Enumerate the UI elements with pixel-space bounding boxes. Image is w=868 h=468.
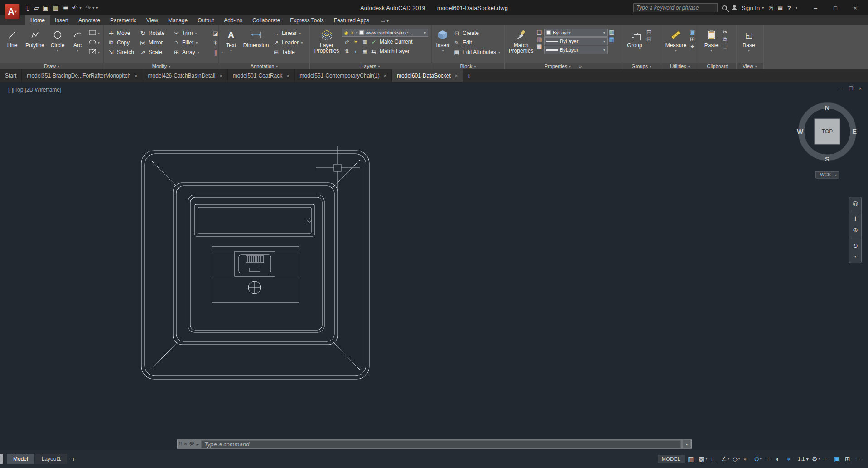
help-search-input[interactable] [633, 3, 718, 12]
annotation-scale-control[interactable]: 1:1 ▾ [798, 456, 809, 462]
ribbon-tab-output[interactable]: Output [193, 15, 219, 25]
quick-calc-icon[interactable]: ⊞ [689, 36, 696, 43]
ribbon-tab-annotate[interactable]: Annotate [73, 15, 105, 25]
quick-select-icon[interactable]: ▣ [689, 29, 696, 35]
id-point-icon[interactable]: ⌖ [689, 43, 696, 50]
arc-button[interactable]: Arc ▾ [68, 27, 87, 63]
save-icon[interactable]: ▣ [43, 4, 49, 11]
ribbon-tab-addins[interactable]: Add-ins [219, 15, 247, 25]
close-icon[interactable]: × [219, 73, 222, 78]
save-as-icon[interactable]: ▥ [53, 4, 59, 11]
text-button[interactable]: A Text ▾ [222, 27, 241, 63]
help-icon[interactable]: ? [787, 5, 791, 11]
graphics-performance-toggle[interactable]: ▣ [834, 455, 842, 463]
model-space-canvas[interactable]: TOP N S W E WCS ▾ [-][Top][2D Wireframe]… [0, 82, 868, 450]
cad-drawing-data-socket[interactable] [141, 151, 369, 379]
layout1-tab[interactable]: Layout1 [35, 454, 68, 464]
file-tab-model501[interactable]: model501-CoatRack × [228, 69, 295, 82]
file-tab-model351[interactable]: model351-BracingDe...ForRafterMonopitch … [22, 69, 143, 82]
polar-tracking-togg le[interactable]: ∠▾ [721, 455, 729, 463]
command-customize-wrench-icon[interactable]: ⚒ [189, 441, 194, 447]
command-history-icon[interactable]: ▴ [683, 440, 690, 448]
dimension-button[interactable]: Dimension [241, 27, 270, 63]
layer-select-combo[interactable]: ◉ ☀ ▪ www.cadblocksfree... ▾ [342, 29, 428, 37]
object-snap-toggle[interactable]: Ω▾ [754, 455, 762, 463]
view-panel-label[interactable]: View ▾ [737, 63, 763, 69]
command-close-icon[interactable]: × [184, 441, 187, 447]
close-button[interactable]: × [845, 1, 865, 15]
utilities-panel-label[interactable]: Utilities ▾ [661, 63, 699, 69]
properties-list2-icon[interactable]: ▥ [536, 36, 543, 43]
customization-menu[interactable]: ≡ [856, 455, 863, 463]
linetype-combo[interactable]: ByLayer ▾ [544, 37, 608, 45]
viewport-restore-button[interactable]: ❐ [849, 86, 854, 92]
wcs-label[interactable]: WCS [820, 172, 831, 177]
match-layer-button[interactable]: ⇅ ◐ ▦ ⇆ Match Layer [342, 47, 428, 56]
copy-clip-icon[interactable]: ⧉ [722, 36, 728, 43]
pan-icon[interactable]: ✛ [853, 216, 858, 222]
insert-block-button[interactable]: Insert ▾ [434, 27, 451, 63]
circle-button[interactable]: Circle ▾ [48, 27, 68, 63]
ribbon-tab-manage[interactable]: Manage [163, 15, 193, 25]
ribbon-options-button[interactable]: ▭ ▾ [378, 15, 391, 25]
transparency-toggle[interactable]: ◐ [776, 455, 784, 463]
close-icon[interactable]: × [455, 73, 458, 78]
annotation-panel-label[interactable]: Annotation ▾ [219, 63, 309, 69]
layers-panel-label[interactable]: Layers ▾ [310, 63, 431, 69]
lineweight-combo[interactable]: ByLayer ▾ [544, 46, 608, 54]
model-tab[interactable]: Model [7, 454, 34, 464]
viewcube-east[interactable]: E [852, 127, 857, 135]
zoom-icon[interactable]: ⊕ [853, 227, 858, 233]
transparency-icon[interactable]: ▦ [608, 36, 615, 43]
dynamic-input-toggle[interactable]: ⌖ [787, 455, 795, 463]
clipboard-panel-label[interactable]: Clipboard [699, 63, 736, 69]
ribbon-tab-express-tools[interactable]: Express Tools [285, 15, 328, 25]
file-tab-start[interactable]: Start [0, 69, 22, 82]
array-button[interactable]: ⊞ Array ▾ [172, 48, 210, 57]
ribbon-tab-featured-apps[interactable]: Featured Apps [329, 15, 374, 25]
application-menu-button[interactable]: A ▾ [5, 4, 20, 19]
close-icon[interactable]: × [135, 73, 137, 78]
chevron-down-icon[interactable]: ▾ [92, 6, 94, 10]
workspace-switching-gear[interactable]: ⚙▾ [812, 455, 820, 463]
stretch-button[interactable]: ⇲ Stretch [106, 48, 138, 57]
group-edit-icon[interactable]: ⊞ [646, 36, 652, 43]
group-button[interactable]: Group [625, 27, 645, 63]
ellipse-button[interactable]: ▾ [87, 38, 101, 47]
properties-list-icon[interactable]: ▤ [536, 29, 543, 35]
ortho-toggle[interactable]: ∟ [710, 455, 718, 463]
isodraft-toggle[interactable]: ◇▾ [733, 455, 740, 463]
cut-icon[interactable]: ✂ [722, 29, 728, 35]
ribbon-tab-insert[interactable]: Insert [50, 15, 73, 25]
minimize-button[interactable]: – [805, 1, 825, 15]
stay-connected-icon[interactable]: ▦ [778, 5, 783, 11]
maximize-button[interactable]: □ [825, 1, 845, 15]
chevron-down-icon[interactable]: ▾ [854, 253, 856, 260]
new-layout-button[interactable]: + [68, 455, 79, 463]
rectangle-button[interactable]: ▾ [87, 29, 101, 38]
viewcube-west[interactable]: W [797, 127, 804, 135]
grid-toggle[interactable]: ▦ [688, 455, 695, 463]
line-button[interactable]: Line [2, 27, 22, 63]
viewcube-face-label[interactable]: TOP [822, 128, 833, 135]
fillet-button[interactable]: ◝ Fillet ▾ [172, 38, 210, 47]
viewcube-south[interactable]: S [825, 155, 829, 163]
undo-icon[interactable]: ↶ [72, 4, 78, 11]
qat-customize-icon[interactable]: ▾ [96, 6, 98, 10]
mirror-button[interactable]: ⋈ Mirror [138, 38, 172, 47]
command-input[interactable] [201, 440, 681, 448]
object-color-combo[interactable]: ByLayer ▾ [544, 29, 608, 37]
plot-icon[interactable]: ≣ [63, 4, 68, 11]
ribbon-tab-home[interactable]: Home [25, 15, 50, 25]
redo-icon[interactable]: ↷ [85, 4, 91, 11]
properties-panel-label[interactable]: Properties ▾ » [505, 63, 622, 69]
layer-properties-button[interactable]: Layer Properties [312, 27, 341, 63]
ribbon-tab-view[interactable]: View [141, 15, 163, 25]
ungroup-icon[interactable]: ⊟ [646, 29, 652, 35]
chevron-down-icon[interactable]: ▾ [796, 6, 797, 10]
sign-in-button[interactable]: Sign In ▾ [742, 5, 764, 11]
create-block-button[interactable]: ⊡ Create [452, 29, 502, 38]
model-space-badge[interactable]: MODEL [658, 455, 685, 463]
properties-palette-icon[interactable]: ▥ [608, 29, 615, 35]
viewcube-north[interactable]: N [825, 104, 830, 112]
